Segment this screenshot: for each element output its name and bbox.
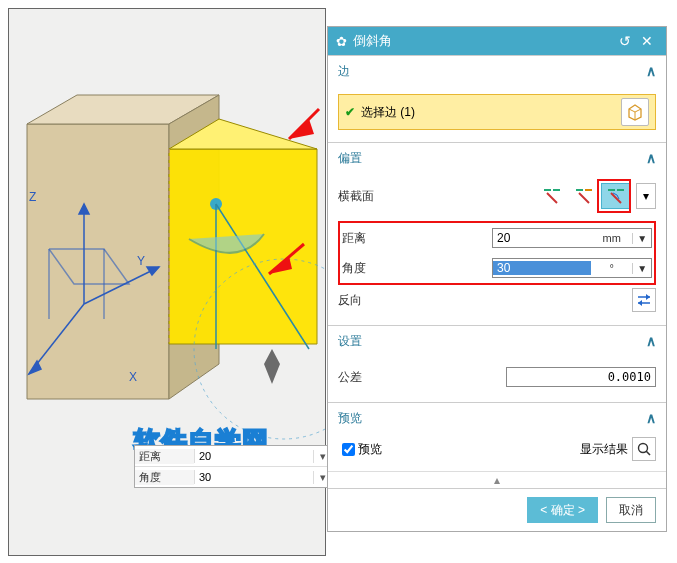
svg-text:Y: Y [137, 254, 145, 268]
reset-button[interactable]: ↺ [614, 33, 636, 49]
svg-line-32 [579, 193, 589, 203]
chevron-up-icon: ∧ [646, 333, 656, 349]
mode-offset-angle-button[interactable] [601, 183, 631, 209]
svg-text:X: X [129, 370, 137, 384]
cube-icon [626, 103, 644, 121]
distance-label: 距离 [342, 230, 492, 247]
distance-input[interactable] [493, 231, 591, 245]
cross-section-modes: ▾ [537, 183, 656, 209]
svg-line-25 [635, 109, 641, 112]
mode-symmetric-button[interactable] [537, 183, 567, 209]
section-offset-label: 偏置 [338, 150, 362, 167]
section-preview-header[interactable]: 预览 ∧ [328, 403, 666, 433]
preview-checkbox-label: 预览 [358, 441, 382, 458]
mode-dropdown[interactable]: ▾ [636, 183, 656, 209]
swap-icon [636, 292, 652, 308]
chevron-up-icon: ∧ [646, 63, 656, 79]
section-settings-header[interactable]: 设置 ∧ [328, 326, 666, 356]
callout-angle-label: 角度 [135, 470, 194, 485]
selection-filter-button[interactable] [621, 98, 649, 126]
tolerance-input[interactable]: 0.0010 [506, 367, 656, 387]
magnifier-icon [636, 441, 652, 457]
tolerance-label: 公差 [338, 369, 506, 386]
viewport-3d[interactable]: Z Y X 软件自学网 WWW.RJZXW.COM 距离 ▾ 角度 ▾ [8, 8, 326, 556]
angle-dropdown[interactable]: ▼ [632, 263, 651, 274]
panel-titlebar[interactable]: ✿ 倒斜角 ↺ ✕ [328, 27, 666, 55]
section-preview-label: 预览 [338, 410, 362, 427]
angle-unit: ° [591, 262, 632, 274]
preview-checkbox[interactable] [342, 443, 355, 456]
angle-input-box: ° ▼ [492, 258, 652, 278]
svg-marker-39 [638, 300, 642, 306]
callout-angle-input[interactable] [197, 470, 251, 484]
gear-icon: ✿ [336, 34, 347, 49]
check-icon: ✔ [345, 105, 355, 119]
section-edge-header[interactable]: 边 ∧ [328, 56, 666, 86]
ok-button[interactable]: < 确定 > [527, 497, 598, 523]
angle-input[interactable] [493, 261, 591, 275]
section-offset-header[interactable]: 偏置 ∧ [328, 143, 666, 173]
svg-line-24 [629, 109, 635, 112]
distance-input-box: mm ▼ [492, 228, 652, 248]
svg-marker-37 [646, 294, 650, 300]
show-result-button[interactable] [632, 437, 656, 461]
svg-marker-11 [264, 349, 280, 384]
cross-section-label: 横截面 [338, 188, 537, 205]
reverse-button[interactable] [632, 288, 656, 312]
reverse-label: 反向 [338, 292, 632, 309]
viewport-callout[interactable]: 距离 ▾ 角度 ▾ [134, 445, 333, 488]
show-result-label: 显示结果 [580, 441, 628, 458]
panel-title: 倒斜角 [353, 32, 392, 50]
distance-dropdown[interactable]: ▼ [632, 233, 651, 244]
distance-unit: mm [591, 232, 632, 244]
cancel-button[interactable]: 取消 [606, 497, 656, 523]
angle-label: 角度 [342, 260, 492, 277]
callout-distance-label: 距离 [135, 449, 194, 464]
svg-line-29 [547, 193, 557, 203]
section-edge-label: 边 [338, 63, 350, 80]
callout-distance-input[interactable] [197, 449, 251, 463]
close-button[interactable]: ✕ [636, 33, 658, 49]
mode-asymmetric-button[interactable] [569, 183, 599, 209]
chevron-up-icon: ∧ [646, 410, 656, 426]
chevron-up-icon: ∧ [646, 150, 656, 166]
select-edge-row[interactable]: ✔ 选择边 (1) [338, 94, 656, 130]
select-edge-label: 选择边 (1) [361, 104, 415, 121]
collapse-bar[interactable]: ▴ [328, 471, 666, 488]
svg-line-41 [646, 451, 650, 455]
svg-text:Z: Z [29, 190, 36, 204]
panel-footer: < 确定 > 取消 [328, 488, 666, 531]
chamfer-panel: ✿ 倒斜角 ↺ ✕ 边 ∧ ✔ 选择边 (1) 偏置 ∧ [327, 26, 667, 532]
section-settings-label: 设置 [338, 333, 362, 350]
